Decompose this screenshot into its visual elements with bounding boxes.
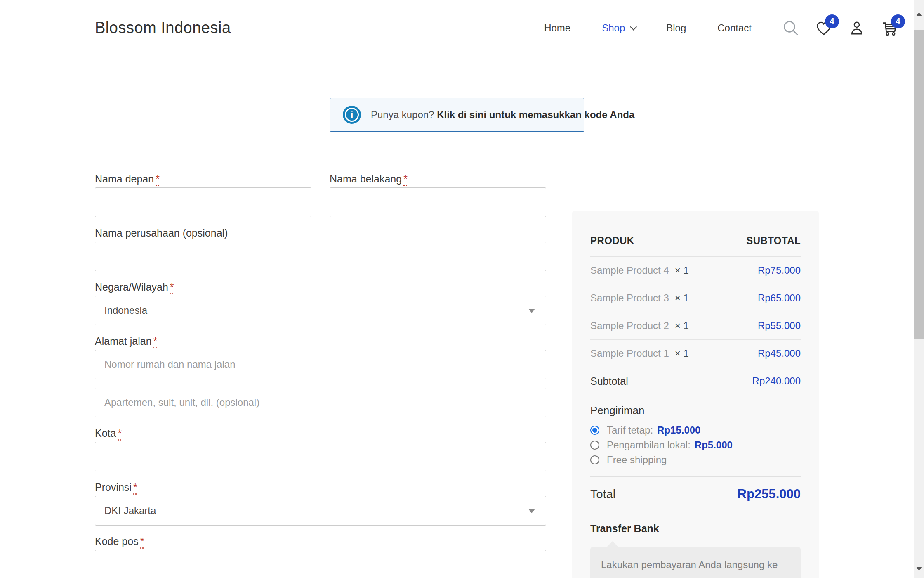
- order-item-row: Sample Product 2× 1 Rp55.000: [590, 312, 801, 340]
- address-line2-field[interactable]: [95, 388, 546, 417]
- account-user-icon[interactable]: [847, 19, 866, 38]
- radio-checked-icon[interactable]: [590, 426, 599, 435]
- company-label: Nama perusahaan (opsional): [95, 226, 546, 240]
- address-line1-field[interactable]: [95, 350, 546, 379]
- item-name: Sample Product 4: [590, 265, 669, 276]
- scroll-down-arrow-icon[interactable]: [916, 567, 922, 571]
- shipping-option-free-shipping[interactable]: Free shipping: [590, 452, 801, 467]
- shipping-option-label: Tarif tetap:: [607, 424, 653, 436]
- city-label: Kota*: [95, 426, 546, 440]
- item-price: Rp65.000: [758, 292, 801, 304]
- shipping-option-flat-rate[interactable]: Tarif tetap: Rp15.000: [590, 423, 801, 438]
- subtotal-header: SUBTOTAL: [746, 235, 801, 246]
- search-icon[interactable]: [781, 19, 800, 38]
- order-summary-panel: PRODUK SUBTOTAL Sample Product 4× 1 Rp75…: [572, 211, 819, 578]
- postcode-group: Kode pos*: [95, 534, 546, 578]
- nav-shop-label: Shop: [602, 22, 625, 34]
- info-icon: [343, 106, 361, 124]
- shipping-section-title: Pengiriman: [590, 395, 801, 423]
- shipping-option-label: Pengambilan lokal:: [607, 439, 691, 451]
- item-price: Rp75.000: [758, 265, 801, 276]
- city-field[interactable]: [95, 442, 546, 471]
- nav-home[interactable]: Home: [544, 22, 570, 34]
- order-item-row: Sample Product 1× 1 Rp45.000: [590, 340, 801, 367]
- last-name-label: Nama belakang*: [330, 172, 546, 186]
- first-name-group: Nama depan*: [95, 172, 311, 217]
- province-select[interactable]: DKI Jakarta: [95, 496, 546, 526]
- required-asterisk: *: [133, 481, 137, 493]
- vertical-scrollbar[interactable]: [914, 0, 924, 578]
- first-name-label: Nama depan*: [95, 172, 311, 186]
- coupon-link[interactable]: Klik di sini untuk memasukkan kode Anda: [437, 109, 634, 120]
- subtotal-label: Subtotal: [590, 375, 628, 387]
- last-name-field[interactable]: [330, 187, 546, 217]
- nav-blog[interactable]: Blog: [666, 22, 686, 34]
- item-price: Rp55.000: [758, 320, 801, 332]
- shipping-option-label: Free shipping: [607, 454, 667, 466]
- scrollbar-thumb[interactable]: [914, 30, 924, 339]
- coupon-notice: Punya kupon? Klik di sini untuk memasukk…: [330, 98, 584, 132]
- chevron-down-icon: [630, 23, 637, 30]
- shipping-option-price: Rp5.000: [695, 439, 733, 451]
- nav-contact[interactable]: Contact: [717, 22, 752, 34]
- required-asterisk: *: [140, 535, 144, 547]
- required-asterisk: *: [403, 173, 408, 185]
- subtotal-value: Rp240.000: [752, 375, 801, 387]
- order-item-row: Sample Product 3× 1 Rp65.000: [590, 284, 801, 312]
- city-group: Kota*: [95, 426, 546, 471]
- postcode-label: Kode pos*: [95, 534, 546, 548]
- province-group: Provinsi* DKI Jakarta: [95, 480, 546, 526]
- shipping-option-price: Rp15.000: [657, 424, 700, 436]
- radio-unchecked-icon[interactable]: [590, 441, 599, 450]
- select-arrow-icon: [528, 509, 535, 513]
- street-address-group: Alamat jalan*: [95, 334, 546, 417]
- select-arrow-icon: [528, 309, 535, 313]
- country-group: Negara/Wilayah* Indonesia: [95, 280, 546, 325]
- subtotal-row: Subtotal Rp240.000: [590, 367, 801, 395]
- province-label: Provinsi*: [95, 480, 546, 494]
- payment-method-description: Lakukan pembayaran Anda langsung ke reke…: [590, 547, 801, 578]
- payment-method-title: Transfer Bank: [590, 523, 801, 535]
- required-asterisk: *: [170, 281, 174, 293]
- country-select[interactable]: Indonesia: [95, 296, 546, 325]
- street-address-label: Alamat jalan*: [95, 334, 546, 348]
- country-select-value: Indonesia: [104, 305, 147, 316]
- item-qty: × 1: [675, 348, 689, 359]
- item-name: Sample Product 1: [590, 348, 669, 359]
- required-asterisk: *: [156, 173, 160, 185]
- shipping-option-local-pickup[interactable]: Pengambilan lokal: Rp5.000: [590, 438, 801, 452]
- radio-unchecked-icon[interactable]: [590, 455, 599, 464]
- item-name: Sample Product 3: [590, 292, 669, 303]
- billing-form: Nama depan* Nama belakang* Nama perusaha…: [95, 172, 546, 578]
- wishlist-heart-icon[interactable]: 4: [814, 19, 833, 38]
- nav-shop[interactable]: Shop: [602, 22, 635, 34]
- site-header: Blossom Indonesia Home Shop Blog Contact…: [0, 0, 924, 56]
- site-logo[interactable]: Blossom Indonesia: [95, 19, 231, 37]
- scroll-up-arrow-icon[interactable]: [916, 12, 922, 16]
- main-nav: Home Shop Blog Contact: [544, 22, 752, 34]
- required-asterisk: *: [153, 335, 158, 347]
- required-asterisk: *: [118, 427, 122, 439]
- cart-badge: 4: [891, 14, 905, 28]
- item-name: Sample Product 2: [590, 320, 669, 331]
- item-price: Rp45.000: [758, 348, 801, 359]
- total-label: Total: [590, 488, 615, 501]
- coupon-text: Punya kupon? Klik di sini untuk memasukk…: [371, 109, 634, 121]
- header-icons: 4 4: [781, 19, 899, 38]
- wishlist-badge: 4: [825, 14, 839, 28]
- total-value: Rp255.000: [738, 487, 801, 502]
- total-row: Total Rp255.000: [590, 477, 801, 512]
- order-item-row: Sample Product 4× 1 Rp75.000: [590, 257, 801, 284]
- company-field[interactable]: [95, 242, 546, 271]
- checkout-page: Punya kupon? Klik di sini untuk memasukk…: [95, 98, 819, 578]
- coupon-prefix: Punya kupon?: [371, 109, 434, 120]
- produk-header: PRODUK: [590, 235, 634, 246]
- last-name-group: Nama belakang*: [330, 172, 546, 217]
- first-name-field[interactable]: [95, 187, 311, 217]
- item-qty: × 1: [675, 292, 689, 303]
- header-right: Home Shop Blog Contact 4: [544, 19, 899, 38]
- cart-icon[interactable]: 4: [880, 19, 899, 38]
- item-qty: × 1: [675, 320, 689, 331]
- postcode-field[interactable]: [95, 550, 546, 578]
- country-label: Negara/Wilayah*: [95, 280, 546, 294]
